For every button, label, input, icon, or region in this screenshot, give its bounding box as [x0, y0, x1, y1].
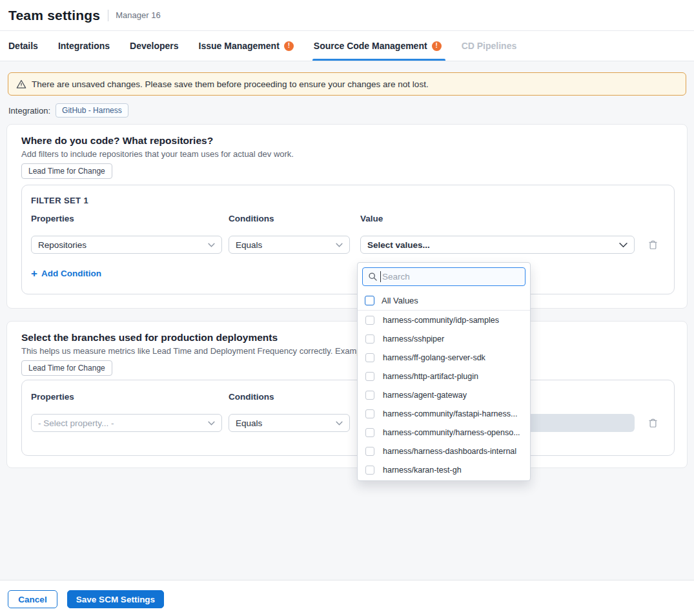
lead-time-chip: Lead Time for Change — [21, 360, 112, 376]
lead-time-chip: Lead Time for Change — [21, 163, 112, 179]
value-options-list: harness-community/idp-samples harness/ss… — [358, 311, 530, 481]
branches-card: Select the branches used for production … — [6, 321, 688, 468]
chevron-down-icon — [208, 421, 215, 426]
value-header: Value — [360, 214, 383, 223]
tab-cd-pipelines[interactable]: CD Pipelines — [462, 31, 517, 61]
chevron-down-icon — [619, 242, 628, 248]
warning-triangle-icon — [16, 79, 26, 89]
banner-message: There are unsaved changes. Please save t… — [32, 79, 429, 89]
add-condition-button[interactable]: + Add Condition — [31, 268, 101, 279]
branches-filter: Properties Conditions - Select property.… — [21, 380, 675, 456]
value-option[interactable]: harness/http-artifact-plugin — [358, 367, 530, 385]
property-select[interactable]: - Select property... - — [31, 414, 222, 432]
delete-condition-button[interactable] — [646, 238, 660, 252]
unsaved-changes-banner: There are unsaved changes. Please save t… — [8, 72, 686, 96]
integration-chip[interactable]: GitHub - Harness — [56, 103, 128, 118]
branches-card-title: Select the branches used for production … — [21, 332, 278, 344]
filter-set-1: FILTER SET 1 Properties Conditions Value… — [21, 185, 675, 294]
alert-badge-icon: ! — [284, 41, 294, 51]
value-option[interactable]: harness/karan-test-gh — [358, 460, 530, 479]
tab-source-code-management[interactable]: Source Code Management ! — [314, 31, 442, 61]
branches-card-subtitle: This helps us measure metrics like Lead … — [21, 346, 375, 356]
conditions-header: Conditions — [229, 214, 274, 223]
chevron-down-icon — [208, 243, 215, 247]
checkbox-icon[interactable] — [365, 353, 374, 362]
checkbox-icon[interactable] — [365, 334, 374, 344]
main-content: There are unsaved changes. Please save t… — [0, 61, 694, 580]
filter-set-title: FILTER SET 1 — [31, 196, 88, 205]
value-option[interactable]: harness/sshpiper — [358, 329, 530, 348]
value-option[interactable]: harness-community/fastapi-harness... — [358, 404, 530, 423]
text-cursor — [380, 271, 381, 282]
checkbox-icon[interactable] — [365, 428, 374, 437]
condition-select[interactable]: Equals — [229, 414, 350, 432]
all-values-option[interactable]: All Values — [358, 291, 530, 311]
repos-card-subtitle: Add filters to include repositories that… — [21, 149, 294, 159]
value-search-input[interactable] — [362, 267, 526, 286]
cancel-button[interactable]: Cancel — [8, 590, 57, 608]
tab-integrations[interactable]: Integrations — [58, 31, 110, 61]
tab-developers[interactable]: Developers — [130, 31, 178, 61]
property-select[interactable]: Repositories — [31, 236, 222, 254]
checkbox-icon[interactable] — [365, 466, 374, 475]
tab-bar: Details Integrations Developers Issue Ma… — [0, 31, 694, 61]
value-option[interactable]: harness-community/idp-samples — [358, 311, 530, 329]
condition-select[interactable]: Equals — [229, 236, 350, 254]
value-option[interactable]: harness-community/harness-openso... — [358, 423, 530, 442]
checkbox-icon[interactable] — [365, 296, 374, 305]
repositories-card: Where do you code? What repositories? Ad… — [6, 124, 688, 309]
conditions-header: Conditions — [229, 392, 274, 402]
value-select-dropdown: All Values harness-community/idp-samples… — [357, 262, 531, 481]
checkbox-icon[interactable] — [365, 372, 374, 381]
search-icon — [368, 272, 378, 282]
checkbox-icon[interactable] — [365, 447, 374, 456]
chevron-down-icon — [336, 243, 343, 247]
page-header: Team settings Manager 16 — [0, 0, 694, 31]
repos-card-title: Where do you code? What repositories? — [21, 135, 213, 147]
checkbox-icon[interactable] — [365, 391, 374, 400]
value-option[interactable]: harness/fastapi-android-idp-sample — [358, 479, 530, 481]
integration-row: Integration: GitHub - Harness — [8, 103, 128, 118]
team-name: Manager 16 — [116, 10, 160, 20]
value-option[interactable]: harness/ff-golang-server-sdk — [358, 348, 530, 367]
properties-header: Properties — [31, 392, 74, 402]
tab-details[interactable]: Details — [8, 31, 38, 61]
page-title: Team settings — [8, 8, 100, 23]
checkbox-icon[interactable] — [365, 409, 374, 418]
alert-badge-icon: ! — [432, 41, 442, 51]
header-divider — [108, 10, 108, 21]
integration-label: Integration: — [8, 106, 50, 116]
value-option[interactable]: harness/harness-dashboards-internal — [358, 442, 530, 460]
value-select[interactable]: Select values... — [360, 236, 635, 254]
footer-bar: Cancel Save SCM Settings — [0, 580, 694, 616]
tab-issue-management[interactable]: Issue Management ! — [199, 31, 294, 61]
delete-condition-button[interactable] — [646, 416, 660, 430]
properties-header: Properties — [31, 214, 74, 223]
save-scm-settings-button[interactable]: Save SCM Settings — [67, 590, 164, 608]
team-settings-page: Team settings Manager 16 Details Integra… — [0, 0, 694, 616]
checkbox-icon[interactable] — [365, 316, 374, 325]
value-option[interactable]: harness/agent-gateway — [358, 385, 530, 404]
plus-icon: + — [31, 268, 37, 279]
chevron-down-icon — [336, 421, 343, 426]
